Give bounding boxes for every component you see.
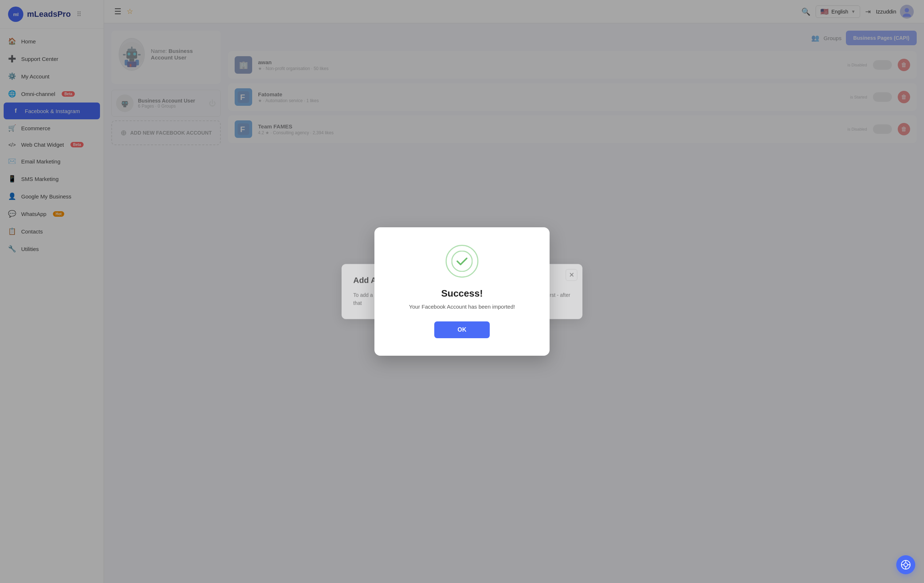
success-message: Your Facebook Account has been imported! [395, 303, 529, 310]
support-fab-button[interactable] [896, 555, 915, 574]
main-content: ☰ ☆ 🔍 🇺🇸 English ▼ ⇥ Izzuddin [104, 0, 924, 583]
success-modal: Success! Your Facebook Account has been … [375, 227, 549, 356]
svg-point-30 [904, 563, 908, 567]
modal-overlay: ✕ Add A New Facebook Page To add a new F… [104, 23, 924, 583]
svg-point-28 [452, 251, 472, 272]
success-title: Success! [395, 288, 529, 299]
close-bg-modal-button[interactable]: ✕ [566, 269, 578, 281]
ok-button[interactable]: OK [434, 321, 490, 338]
content-area: Name: Business Account User [104, 23, 924, 583]
success-icon-wrap [446, 245, 478, 278]
